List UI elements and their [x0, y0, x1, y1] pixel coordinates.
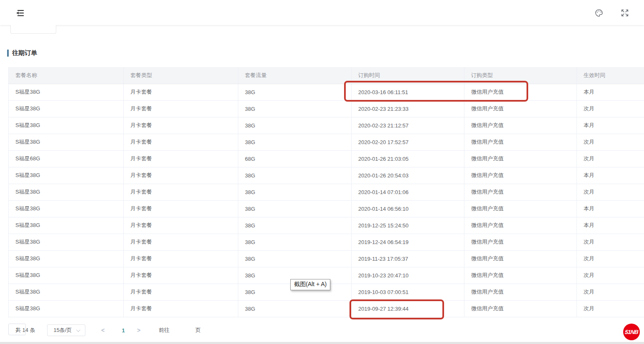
cell-order-time: 2019-12-24 06:54:19 — [352, 234, 464, 250]
column-header-package-name: 套餐名称 — [9, 67, 124, 84]
cell-data: 38G — [238, 250, 352, 267]
cell-order-time: 2020-03-16 06:11:51 — [352, 84, 464, 100]
cell-effective: 次月 — [577, 250, 644, 267]
cell-type: 月卡套餐 — [124, 300, 238, 317]
table-row: S福星38G月卡套餐38G2020-01-14 07:01:06微信用户充值次月 — [9, 184, 644, 200]
cell-order-time: 2019-10-23 20:47:10 — [352, 267, 464, 284]
column-header-effective-time: 生效时间 — [577, 67, 644, 84]
cell-data: 38G — [238, 100, 352, 117]
sidebar-collapse-icon[interactable] — [15, 7, 25, 18]
51nb-watermark-logo: 51NB — [623, 324, 640, 340]
table-row: S福星38G月卡套餐38G2020-02-20 17:52:57微信用户充值次月 — [9, 134, 644, 150]
cell-type: 月卡套餐 — [124, 100, 238, 117]
cell-type: 月卡套餐 — [124, 250, 238, 267]
next-page-button[interactable]: > — [135, 324, 143, 337]
cell-effective: 本月 — [577, 117, 644, 134]
title-accent-bar — [7, 50, 9, 57]
cell-order-type: 微信用户充值 — [464, 200, 577, 217]
cell-effective: 次月 — [577, 184, 644, 200]
cell-order-time: 2019-10-03 07:00:51 — [352, 284, 464, 300]
cell-name: S福星38G — [9, 284, 124, 300]
cell-data: 38G — [238, 300, 352, 317]
cell-order-type: 微信用户充值 — [464, 234, 577, 250]
cell-name: S福星38G — [9, 217, 124, 234]
cell-effective: 次月 — [577, 100, 644, 117]
page-suffix-label: 页 — [195, 324, 201, 337]
prev-page-button[interactable]: < — [99, 324, 107, 337]
table-row: S福星68G月卡套餐68G2020-01-26 21:03:05微信用户充值次月 — [9, 150, 644, 167]
cell-order-time: 2020-01-26 21:03:05 — [352, 150, 464, 167]
cell-type: 月卡套餐 — [124, 284, 238, 300]
51nb-logo-text: 51NB — [624, 329, 638, 335]
cell-name: S福星68G — [9, 150, 124, 167]
current-page-number[interactable]: 1 — [117, 324, 129, 337]
page-size-select[interactable]: 15条/页 — [47, 324, 85, 336]
table-row: S福星38G月卡套餐38G2019-12-25 15:24:50微信用户充值本月 — [9, 217, 644, 234]
chevron-down-icon — [76, 328, 80, 332]
cell-effective: 次月 — [577, 267, 644, 284]
cell-effective: 次月 — [577, 134, 644, 150]
cell-order-time: 2020-02-23 21:12:57 — [352, 117, 464, 134]
cell-order-type: 微信用户充值 — [464, 250, 577, 267]
top-navbar — [0, 0, 644, 25]
cell-name: S福星38G — [9, 234, 124, 250]
screenshot-tooltip: 截图(Alt + A) — [290, 279, 330, 290]
cell-data: 38G — [238, 167, 352, 184]
cell-data: 68G — [238, 150, 352, 167]
cell-type: 月卡套餐 — [124, 217, 238, 234]
cell-order-type: 微信用户充值 — [464, 300, 577, 317]
cell-name: S福星38G — [9, 117, 124, 134]
cell-type: 月卡套餐 — [124, 267, 238, 284]
column-header-order-type: 订购类型 — [464, 67, 577, 84]
cell-type: 月卡套餐 — [124, 134, 238, 150]
cell-data: 38G — [238, 84, 352, 100]
cell-type: 月卡套餐 — [124, 84, 238, 100]
cell-effective: 次月 — [577, 284, 644, 300]
bottom-scroll-strip — [0, 342, 644, 344]
table-row: S福星38G月卡套餐38G2019-12-24 06:54:19微信用户充值次月 — [9, 234, 644, 250]
partial-clipped-card — [10, 25, 56, 34]
table-row: S福星38G月卡套餐38G2020-03-16 06:11:51微信用户充值本月 — [9, 84, 644, 100]
table-row: S福星38G月卡套餐38G2020-01-26 20:54:03微信用户充值本月 — [9, 167, 644, 184]
fullscreen-icon[interactable] — [619, 7, 630, 18]
cell-effective: 次月 — [577, 150, 644, 167]
cell-effective: 次月 — [577, 300, 644, 317]
goto-label: 前往 — [159, 324, 170, 337]
table-row: S福星38G月卡套餐38G2020-02-23 21:23:33微信用户充值次月 — [9, 100, 644, 117]
cell-order-time: 2019-12-25 15:24:50 — [352, 217, 464, 234]
cell-order-type: 微信用户充值 — [464, 267, 577, 284]
cell-effective: 本月 — [577, 167, 644, 184]
cell-name: S福星38G — [9, 134, 124, 150]
cell-data: 38G — [238, 200, 352, 217]
cell-type: 月卡套餐 — [124, 167, 238, 184]
cell-effective: 本月 — [577, 200, 644, 217]
cell-order-time: 2020-01-14 07:01:06 — [352, 184, 464, 200]
column-header-order-time: 订购时间 — [352, 67, 464, 84]
cell-order-type: 微信用户充值 — [464, 117, 577, 134]
cell-order-type: 微信用户充值 — [464, 167, 577, 184]
cell-effective: 次月 — [577, 234, 644, 250]
cell-order-time: 2020-02-20 17:52:57 — [352, 134, 464, 150]
cell-data: 38G — [238, 217, 352, 234]
table-header-row: 套餐名称 套餐类型 套餐流量 订购时间 订购类型 生效时间 — [9, 67, 644, 84]
cell-order-time: 2020-01-14 06:56:10 — [352, 200, 464, 217]
cell-name: S福星38G — [9, 100, 124, 117]
theme-palette-icon[interactable] — [594, 7, 604, 18]
cell-type: 月卡套餐 — [124, 117, 238, 134]
cell-type: 月卡套餐 — [124, 200, 238, 217]
cell-order-type: 微信用户充值 — [464, 84, 577, 100]
table-row: S福星38G月卡套餐38G2019-09-27 12:39:44微信用户充值次月 — [9, 300, 644, 317]
cell-name: S福星38G — [9, 250, 124, 267]
cell-name: S福星38G — [9, 84, 124, 100]
table-row: S福星38G月卡套餐38G2020-01-14 06:56:10微信用户充值本月 — [9, 200, 644, 217]
page-size-value: 15条/页 — [53, 327, 72, 334]
table-row: S福星38G月卡套餐38G2020-02-23 21:12:57微信用户充值本月 — [9, 117, 644, 134]
cell-effective: 本月 — [577, 84, 644, 100]
cell-order-time: 2019-09-27 12:39:44 — [352, 300, 464, 317]
cell-name: S福星38G — [9, 300, 124, 317]
cell-data: 38G — [238, 184, 352, 200]
cell-order-time: 2020-02-23 21:23:33 — [352, 100, 464, 117]
pagination-bar: 共 14 条 15条/页 < 1 > 前往 页 — [8, 324, 225, 337]
column-header-package-data: 套餐流量 — [238, 67, 352, 84]
page: 往期订单 套餐名称 套餐类型 套餐流量 订购时间 订购类型 生效时间 S福星38… — [0, 0, 644, 344]
